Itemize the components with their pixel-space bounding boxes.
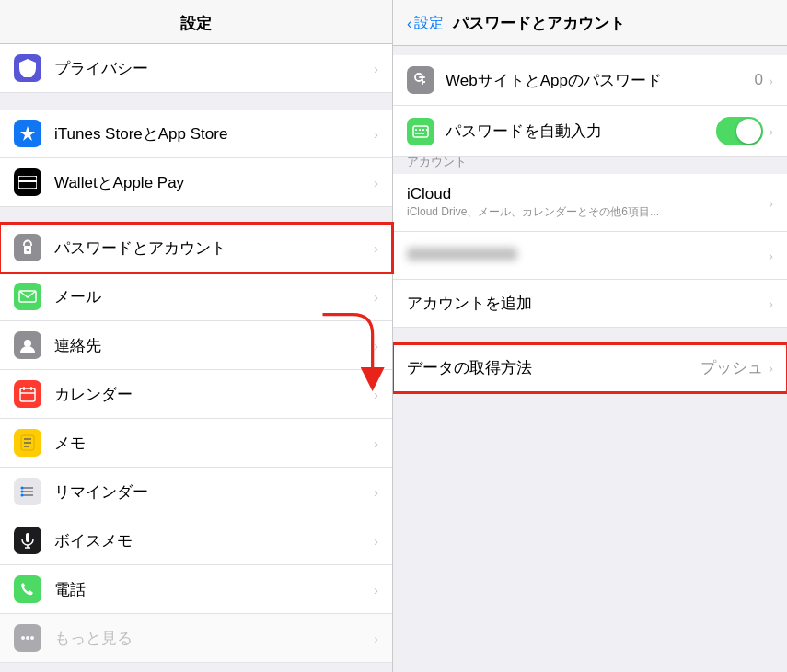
right-item-fetch-method[interactable]: データの取得方法 プッシュ › (393, 344, 787, 392)
password-chevron: › (374, 240, 378, 256)
right-sep-0 (393, 46, 787, 55)
password-label: パスワードとアカウント (54, 238, 374, 259)
svg-rect-35 (426, 129, 428, 131)
mail-icon (14, 283, 41, 310)
settings-item-wallet[interactable]: WalletとApple Pay › (0, 158, 392, 207)
phone-icon (14, 575, 41, 603)
svg-point-18 (21, 491, 24, 493)
fetch-method-value: プッシュ (700, 357, 763, 378)
key-icon (407, 66, 434, 94)
settings-item-more[interactable]: もっと見る › (0, 614, 392, 663)
settings-item-appstore[interactable]: iTunes StoreとApp Store › (0, 110, 392, 158)
right-item-add-account[interactable]: アカウントを追加 › (393, 280, 787, 328)
password-icon (14, 234, 41, 261)
settings-item-reminders[interactable]: リマインダー › (0, 468, 392, 516)
right-content: WebサイトとAppのパスワード 0 › パスワードを自動入力 › (393, 46, 787, 672)
svg-point-24 (26, 636, 29, 640)
settings-item-password[interactable]: パスワードとアカウント › (0, 224, 392, 272)
svg-point-5 (24, 340, 31, 347)
svg-rect-34 (415, 133, 424, 134)
right-item-autofill[interactable]: パスワードを自動入力 › (393, 106, 787, 157)
settings-item-notes[interactable]: メモ › (0, 419, 392, 468)
notes-icon (14, 429, 41, 457)
svg-point-25 (30, 636, 34, 640)
settings-item-mail[interactable]: メール › (0, 272, 392, 321)
svg-point-23 (21, 636, 25, 640)
notes-label: メモ (54, 433, 374, 454)
add-account-text: アカウントを追加 (407, 293, 769, 314)
voicememo-chevron: › (374, 533, 378, 549)
settings-group-accounts: パスワードとアカウント › メール › 連絡先 › カレンダー › (0, 224, 392, 663)
privacy-chevron: › (374, 61, 378, 76)
settings-group-top: プライバシー › (0, 44, 392, 93)
websites-passwords-label: WebサイトとAppのパスワード (446, 70, 755, 91)
svg-rect-20 (26, 533, 29, 542)
wallet-chevron: › (374, 175, 378, 191)
right-section-1: WebサイトとAppのパスワード 0 › パスワードを自動入力 › (393, 55, 787, 157)
contacts-chevron: › (374, 338, 378, 353)
left-header: 設定 (0, 0, 392, 44)
autofill-label: パスワードを自動入力 (446, 121, 716, 142)
right-panel-title: パスワードとアカウント (453, 13, 625, 34)
back-button[interactable]: ‹ 設定 (407, 14, 444, 33)
toggle-knob (736, 119, 761, 144)
right-sep-fetch (393, 328, 787, 344)
svg-rect-31 (415, 129, 417, 131)
autofill-text: パスワードを自動入力 (446, 121, 716, 142)
phone-label: 電話 (54, 579, 374, 600)
calendar-label: カレンダー (54, 384, 374, 405)
right-section-fetch: データの取得方法 プッシュ › (393, 344, 787, 392)
back-chevron-icon: ‹ (407, 16, 411, 32)
icloud-label: iCloud (407, 185, 769, 203)
keyboard-icon (407, 118, 434, 145)
right-header: ‹ 設定 パスワードとアカウント (393, 0, 787, 46)
more-chevron: › (374, 631, 378, 646)
settings-group-store: iTunes StoreとApp Store › WalletとApple Pa… (0, 110, 392, 207)
reminders-label: リマインダー (54, 481, 374, 503)
privacy-label: プライバシー (54, 58, 374, 79)
separator-1 (0, 93, 392, 110)
left-panel: 設定 プライバシー › iTunes StoreとApp Store › Wal… (0, 0, 393, 672)
websites-passwords-chevron: › (769, 73, 773, 88)
mail-label: メール (54, 286, 374, 307)
privacy-icon (14, 54, 41, 82)
autofill-toggle[interactable] (716, 117, 763, 145)
autofill-chevron: › (769, 123, 773, 139)
voicememo-icon (14, 527, 41, 554)
settings-item-phone[interactable]: 電話 › (0, 565, 392, 614)
settings-item-privacy[interactable]: プライバシー › (0, 44, 392, 93)
websites-passwords-text: WebサイトとAppのパスワード (446, 70, 755, 91)
blurred-content (407, 248, 517, 261)
right-section-accounts: iCloud iCloud Drive、メール、カレンダーとその他6項目... … (393, 174, 787, 328)
appstore-label: iTunes StoreとApp Store (54, 123, 374, 145)
add-account-chevron: › (769, 295, 773, 311)
right-panel: ‹ 設定 パスワードとアカウント WebサイトとAppのパスワード 0 › (393, 0, 787, 672)
right-item-blurred[interactable]: › (393, 232, 787, 280)
svg-rect-33 (422, 129, 424, 131)
reminders-chevron: › (374, 484, 378, 500)
svg-rect-1 (18, 180, 37, 182)
voicememo-label: ボイスメモ (54, 530, 374, 551)
right-sep-accounts: アカウント (393, 157, 787, 174)
svg-rect-29 (423, 81, 425, 83)
calendar-icon (14, 380, 41, 408)
websites-passwords-badge: 0 (755, 71, 763, 89)
fetch-method-chevron: › (769, 360, 773, 376)
wallet-label: WalletとApple Pay (54, 172, 374, 193)
icloud-chevron: › (769, 195, 773, 211)
svg-rect-28 (419, 76, 425, 78)
right-item-icloud[interactable]: iCloud iCloud Drive、メール、カレンダーとその他6項目... … (393, 174, 787, 232)
more-label: もっと見る (54, 628, 374, 649)
settings-item-contacts[interactable]: 連絡先 › (0, 321, 392, 370)
svg-rect-6 (20, 388, 35, 401)
back-label: 設定 (414, 14, 444, 33)
phone-chevron: › (374, 582, 378, 597)
more-icon (14, 624, 41, 652)
fetch-method-text: データの取得方法 (407, 357, 700, 378)
appstore-chevron: › (374, 126, 378, 142)
settings-item-calendar[interactable]: カレンダー › (0, 370, 392, 419)
right-item-websites-passwords[interactable]: WebサイトとAppのパスワード 0 › (393, 55, 787, 106)
icloud-sub: iCloud Drive、メール、カレンダーとその他6項目... (407, 204, 769, 220)
reminders-icon (14, 478, 41, 505)
settings-item-voicememo[interactable]: ボイスメモ › (0, 516, 392, 565)
